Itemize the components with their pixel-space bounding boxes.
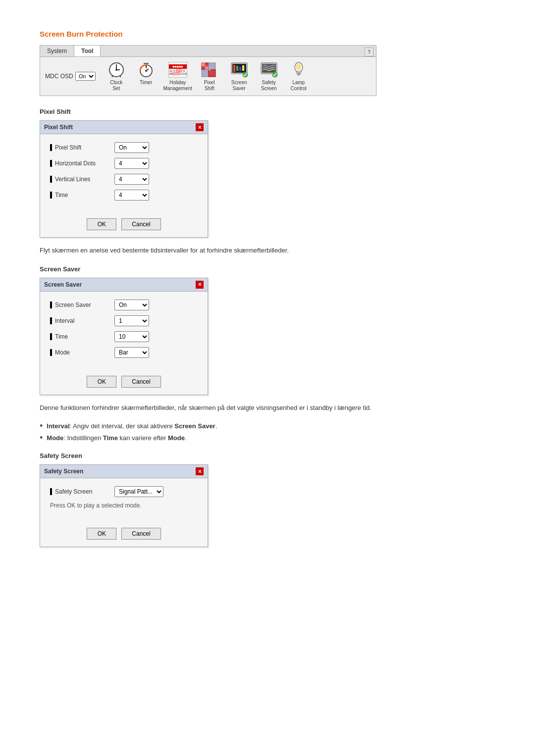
holiday-icon: ■■■■■ 123 45 67 89 1011 1213 14 bbox=[166, 61, 190, 79]
toolbar-item-timer[interactable]: Timer bbox=[133, 61, 159, 92]
safety-screen-ok-button[interactable]: OK bbox=[87, 528, 116, 540]
safety-screen-icon bbox=[259, 61, 279, 79]
lamp-control-label: LampControl bbox=[291, 80, 307, 92]
safety-screen-value-safety[interactable]: Signal Patt...BarEraserAll White bbox=[114, 486, 163, 497]
toolbar-item-pixel-shift[interactable]: PixelShift bbox=[197, 61, 222, 92]
toolbar-items: ClockSet Timer bbox=[104, 61, 312, 92]
svg-point-8 bbox=[145, 70, 147, 72]
safety-screen-close-button[interactable]: ✕ bbox=[196, 467, 204, 475]
tab-tool[interactable]: Tool bbox=[74, 46, 101, 56]
screen-saver-cancel-button[interactable]: Cancel bbox=[121, 376, 160, 388]
pixel-shift-label-time: Time bbox=[50, 192, 114, 199]
screen-saver-value-mode[interactable]: BarPixelFade bbox=[114, 347, 149, 358]
safety-screen-label-safety: Safety Screen bbox=[50, 488, 114, 495]
safety-screen-press-ok-text: Press OK to play a selected mode. bbox=[50, 502, 198, 509]
svg-rect-18 bbox=[233, 65, 235, 72]
row-indicator bbox=[50, 333, 52, 340]
pixel-shift-label: PixelShift bbox=[204, 80, 215, 92]
row-indicator bbox=[50, 488, 52, 495]
screen-saver-bullets: • Interval: Angiv det interval, der skal… bbox=[40, 422, 495, 442]
pixel-shift-row-time: Time 4123 bbox=[50, 190, 198, 201]
screen-saver-section-title: Screen Saver bbox=[40, 265, 495, 273]
screen-saver-icon bbox=[229, 61, 249, 79]
lamp-control-icon bbox=[289, 61, 309, 79]
screen-saver-value-time[interactable]: 101520 bbox=[114, 331, 149, 342]
row-indicator bbox=[50, 302, 52, 308]
pixel-shift-cancel-button[interactable]: Cancel bbox=[121, 218, 160, 230]
screen-saver-body: Screen Saver OnOff Interval 12510 Time 1… bbox=[40, 292, 208, 371]
screen-saver-row-interval: Interval 12510 bbox=[50, 315, 198, 326]
clock-set-label: ClockSet bbox=[110, 80, 122, 92]
screen-saver-label-interval: Interval bbox=[50, 317, 114, 324]
section-title: Screen Burn Protection bbox=[40, 30, 495, 38]
pixel-shift-value-pixel-shift[interactable]: OnOff bbox=[114, 142, 149, 153]
pixel-shift-ok-button[interactable]: OK bbox=[87, 218, 116, 230]
svg-rect-11 bbox=[205, 66, 209, 70]
row-indicator bbox=[50, 176, 52, 183]
safety-screen-section-title: Safety Screen bbox=[40, 452, 495, 459]
svg-rect-14 bbox=[209, 70, 215, 77]
mdc-osd-select[interactable]: On Off bbox=[75, 72, 96, 81]
toolbar-tabs: System Tool ? bbox=[40, 46, 376, 57]
toolbar-item-screen-saver[interactable]: ScreenSaver bbox=[226, 61, 252, 92]
holiday-label: HolidayManagement bbox=[163, 80, 192, 92]
screen-saver-titlebar: Screen Saver ✕ bbox=[40, 278, 208, 292]
row-indicator bbox=[50, 317, 52, 324]
safety-screen-cancel-button[interactable]: Cancel bbox=[121, 528, 160, 540]
pixel-shift-dialog-title: Pixel Shift bbox=[44, 124, 73, 131]
screen-saver-label-screen-saver: Screen Saver bbox=[50, 302, 114, 308]
pixel-shift-icon bbox=[200, 61, 219, 79]
toolbar-item-clock-set[interactable]: ClockSet bbox=[104, 61, 129, 92]
mdc-osd-label: MDC OSD bbox=[45, 73, 73, 80]
row-indicator bbox=[50, 160, 52, 167]
help-button[interactable]: ? bbox=[365, 48, 374, 56]
row-indicator bbox=[50, 144, 52, 151]
safety-screen-label: SafetyScreen bbox=[261, 80, 277, 92]
toolbar-item-safety-screen[interactable]: SafetyScreen bbox=[256, 61, 282, 92]
svg-point-30 bbox=[296, 64, 301, 70]
timer-label: Timer bbox=[140, 80, 152, 86]
safety-screen-titlebar: Safety Screen ✕ bbox=[40, 465, 208, 478]
row-indicator bbox=[50, 349, 52, 356]
screen-saver-value-interval[interactable]: 12510 bbox=[114, 315, 149, 326]
screen-saver-close-button[interactable]: ✕ bbox=[196, 281, 204, 289]
safety-screen-dialog: Safety Screen ✕ Safety Screen Signal Pat… bbox=[40, 464, 208, 547]
screen-saver-label-mode: Mode bbox=[50, 349, 114, 356]
pixel-shift-description: Flyt skærmen en anelse ved bestemte tids… bbox=[40, 246, 495, 255]
bullet-dot-mode: • bbox=[40, 433, 43, 442]
toolbar-panel: System Tool ? MDC OSD On Off bbox=[40, 45, 376, 96]
pixel-shift-row-horizontal-dots: Horizontal Dots 4123 bbox=[50, 158, 198, 169]
safety-screen-body: Safety Screen Signal Patt...BarEraserAll… bbox=[40, 478, 208, 523]
screen-saver-ok-button[interactable]: OK bbox=[87, 376, 116, 388]
svg-rect-13 bbox=[202, 70, 209, 77]
pixel-shift-label-vertical-lines: Vertical Lines bbox=[50, 176, 114, 183]
bullet-interval: • Interval: Angiv det interval, der skal… bbox=[40, 422, 495, 430]
screen-saver-label-time: Time bbox=[50, 333, 114, 340]
svg-rect-21 bbox=[242, 65, 244, 71]
toolbar-item-holiday[interactable]: ■■■■■ 123 45 67 89 1011 1213 14 HolidayM… bbox=[163, 61, 193, 92]
row-indicator bbox=[50, 192, 52, 199]
pixel-shift-value-horizontal-dots[interactable]: 4123 bbox=[114, 158, 149, 169]
pixel-shift-row-vertical-lines: Vertical Lines 4123 bbox=[50, 174, 198, 185]
timer-icon bbox=[136, 61, 156, 79]
pixel-shift-dialog: Pixel Shift ✕ Pixel Shift OnOff Horizont… bbox=[40, 120, 208, 238]
screen-saver-row-screen-saver: Screen Saver OnOff bbox=[50, 300, 198, 310]
screen-saver-value-screen-saver[interactable]: OnOff bbox=[114, 300, 149, 310]
clock-set-icon bbox=[107, 61, 126, 79]
toolbar-item-lamp-control[interactable]: LampControl bbox=[286, 61, 312, 92]
screen-saver-description: Denne funktionen forhindrer skærmefterbi… bbox=[40, 403, 495, 413]
screen-saver-label: ScreenSaver bbox=[231, 80, 247, 92]
safety-screen-footer: OK Cancel bbox=[40, 523, 208, 547]
pixel-shift-row-pixel-shift: Pixel Shift OnOff bbox=[50, 142, 198, 153]
pixel-shift-label-pixel-shift: Pixel Shift bbox=[50, 144, 114, 151]
svg-rect-20 bbox=[239, 67, 241, 71]
tab-system[interactable]: System bbox=[40, 46, 74, 56]
pixel-shift-label-horizontal-dots: Horizontal Dots bbox=[50, 160, 114, 167]
pixel-shift-value-time[interactable]: 4123 bbox=[114, 190, 149, 201]
pixel-shift-footer: OK Cancel bbox=[40, 213, 208, 237]
screen-saver-dialog-title: Screen Saver bbox=[44, 281, 82, 288]
bullet-mode-text: Mode: Indstillingen Time kan variere eft… bbox=[47, 434, 186, 442]
pixel-shift-value-vertical-lines[interactable]: 4123 bbox=[114, 174, 149, 185]
pixel-shift-close-button[interactable]: ✕ bbox=[196, 123, 204, 131]
svg-rect-19 bbox=[236, 66, 238, 71]
